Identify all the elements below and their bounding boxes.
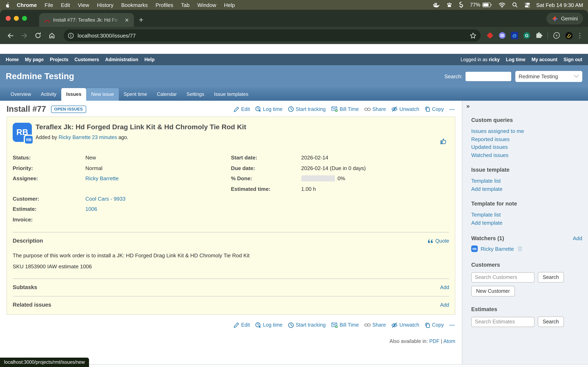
search-customers-input[interactable] bbox=[471, 272, 535, 282]
edit-button-bottom[interactable]: Edit bbox=[234, 322, 250, 328]
open-issues-badge[interactable]: OPEN ISSUES bbox=[51, 105, 86, 113]
atom-link[interactable]: Atom bbox=[443, 338, 455, 344]
log-time-button-bottom[interactable]: Log time bbox=[255, 322, 283, 328]
tab-close-icon[interactable]: ✕ bbox=[123, 17, 131, 23]
share-button-bottom[interactable]: Share bbox=[364, 322, 386, 328]
quote-button[interactable]: Quote bbox=[428, 238, 449, 244]
top-menu-my-account[interactable]: My account bbox=[531, 57, 557, 62]
start-tracking-button-bottom[interactable]: Start tracking bbox=[288, 322, 326, 328]
menubar-clock[interactable]: Sat Feb 14 9:30 AM bbox=[536, 2, 583, 8]
tab-new-issue[interactable]: New issue bbox=[86, 88, 119, 101]
profile-avatar[interactable] bbox=[563, 30, 574, 41]
customer-link[interactable]: Cool Cars - 9933 bbox=[85, 196, 126, 202]
snake-menu-icon[interactable] bbox=[459, 2, 463, 8]
extension-lock-icon[interactable]: @ bbox=[509, 30, 520, 41]
assignee-link[interactable]: Ricky Barrette bbox=[85, 175, 119, 182]
browser-tab[interactable]: Install #77: Teraflex Jk: Hd Fo ✕ bbox=[39, 13, 134, 27]
url-text[interactable]: localhost:3000/issues/77 bbox=[78, 33, 466, 39]
log-time-button[interactable]: Log time bbox=[255, 106, 283, 112]
bill-time-button-bottom[interactable]: Bill Time bbox=[331, 322, 359, 328]
top-menu-projects[interactable]: Projects bbox=[50, 57, 68, 62]
extension-adguard-icon[interactable] bbox=[485, 30, 495, 41]
menubar-item-file[interactable]: File bbox=[44, 2, 53, 8]
copy-button[interactable]: Copy bbox=[425, 106, 444, 112]
battery-indicator[interactable]: 77% bbox=[470, 2, 492, 8]
tab-settings[interactable]: Settings bbox=[182, 88, 209, 101]
menubar-item-tab[interactable]: Tab bbox=[181, 2, 190, 8]
query-reported-issues[interactable]: Reported issues bbox=[471, 135, 582, 143]
query-issues-assigned-to-me[interactable]: Issues assigned to me bbox=[471, 127, 582, 135]
project-jump-select[interactable]: Redmine Testing bbox=[515, 71, 582, 82]
issue-template-list-link[interactable]: Template list bbox=[471, 177, 582, 185]
wifi-icon[interactable] bbox=[499, 2, 506, 8]
top-menu-my-page[interactable]: My page bbox=[25, 57, 44, 62]
search-estimates-input[interactable] bbox=[471, 317, 535, 327]
chrome-menu-icon[interactable]: ⋮ bbox=[576, 32, 584, 39]
zoom-window-button[interactable] bbox=[22, 16, 27, 21]
top-menu-sign-out[interactable]: Sign out bbox=[563, 57, 582, 62]
tab-activity[interactable]: Activity bbox=[36, 88, 61, 101]
created-time-link[interactable]: 23 minutes bbox=[92, 134, 117, 140]
estimate-link[interactable]: 1006 bbox=[85, 206, 97, 212]
pdf-link[interactable]: PDF bbox=[429, 338, 440, 344]
add-subtask-link[interactable]: Add bbox=[440, 284, 449, 290]
tab-spent-time[interactable]: Spent time bbox=[119, 88, 152, 101]
menubar-item-history[interactable]: History bbox=[97, 2, 113, 8]
tab-issues[interactable]: Issues bbox=[61, 88, 86, 101]
menubar-item-view[interactable]: View bbox=[78, 2, 89, 8]
collapse-sidebar-icon[interactable]: » bbox=[466, 102, 470, 109]
menubar-item-profiles[interactable]: Profiles bbox=[156, 2, 173, 8]
unwatch-button-bottom[interactable]: Unwatch bbox=[391, 322, 419, 328]
search-customers-button[interactable]: Search bbox=[538, 272, 564, 283]
menubar-item-chrome[interactable]: Chrome bbox=[17, 2, 37, 8]
share-button[interactable]: Share bbox=[364, 106, 386, 112]
address-bar[interactable]: localhost:3000/issues/77 bbox=[64, 29, 481, 42]
close-window-button[interactable] bbox=[6, 16, 11, 21]
site-info-icon[interactable] bbox=[68, 33, 74, 39]
note-template-add-link[interactable]: Add template bbox=[471, 219, 582, 227]
start-tracking-button[interactable]: Start tracking bbox=[288, 106, 326, 112]
watcher-name-link[interactable]: Ricky Barrette bbox=[481, 246, 514, 252]
tab-overview[interactable]: Overview bbox=[6, 88, 36, 101]
top-menu-help[interactable]: Help bbox=[144, 57, 155, 62]
menubar-item-help[interactable]: Help bbox=[224, 2, 235, 8]
extensions-puzzle-icon[interactable] bbox=[534, 30, 544, 41]
spotlight-search-icon[interactable] bbox=[512, 2, 518, 8]
note-template-list-link[interactable]: Template list bbox=[471, 211, 582, 219]
extension-grammarly-icon[interactable]: G bbox=[521, 30, 532, 41]
add-related-issue-link[interactable]: Add bbox=[440, 302, 449, 308]
top-menu-customers[interactable]: Customers bbox=[75, 57, 99, 62]
more-actions-button-bottom[interactable]: ⋯ bbox=[449, 322, 455, 328]
delete-watcher-icon[interactable] bbox=[517, 245, 523, 252]
more-actions-button[interactable]: ⋯ bbox=[449, 106, 455, 112]
apple-menu[interactable] bbox=[5, 2, 10, 8]
top-menu-log-time[interactable]: Log time bbox=[506, 57, 526, 62]
copy-button-bottom[interactable]: Copy bbox=[425, 322, 444, 328]
gemini-button[interactable]: Gemini bbox=[546, 13, 583, 25]
query-updated-issues[interactable]: Updated issues bbox=[471, 143, 582, 151]
search-estimates-button[interactable]: Search bbox=[538, 317, 564, 327]
paw-menu-icon[interactable] bbox=[446, 2, 452, 8]
new-customer-button[interactable]: New Customer bbox=[471, 286, 515, 296]
thumbs-up-icon[interactable] bbox=[440, 137, 447, 145]
home-button[interactable] bbox=[46, 29, 58, 42]
battery-saver-icon[interactable] bbox=[551, 30, 562, 41]
tab-calendar[interactable]: Calendar bbox=[152, 88, 182, 101]
top-menu-administration[interactable]: Administration bbox=[105, 57, 138, 62]
back-button[interactable] bbox=[4, 29, 16, 42]
add-watcher-link[interactable]: Add bbox=[573, 235, 582, 242]
menubar-item-edit[interactable]: Edit bbox=[61, 2, 70, 8]
extension-stylus-icon[interactable] bbox=[497, 30, 508, 41]
menubar-item-bookmarks[interactable]: Bookmarks bbox=[121, 2, 148, 8]
menubar-item-window[interactable]: Window bbox=[198, 2, 216, 8]
edit-button[interactable]: Edit bbox=[234, 106, 250, 112]
bill-time-button[interactable]: Bill Time bbox=[331, 106, 359, 112]
tab-issue-templates[interactable]: Issue templates bbox=[209, 88, 253, 101]
reload-button[interactable] bbox=[32, 29, 44, 42]
minimize-window-button[interactable] bbox=[14, 16, 19, 21]
docker-menu-icon[interactable] bbox=[433, 2, 440, 8]
unwatch-button[interactable]: Unwatch bbox=[391, 106, 419, 112]
header-search-input[interactable] bbox=[466, 72, 511, 81]
bookmark-star-icon[interactable] bbox=[470, 32, 476, 39]
query-watched-issues[interactable]: Watched issues bbox=[471, 151, 582, 159]
